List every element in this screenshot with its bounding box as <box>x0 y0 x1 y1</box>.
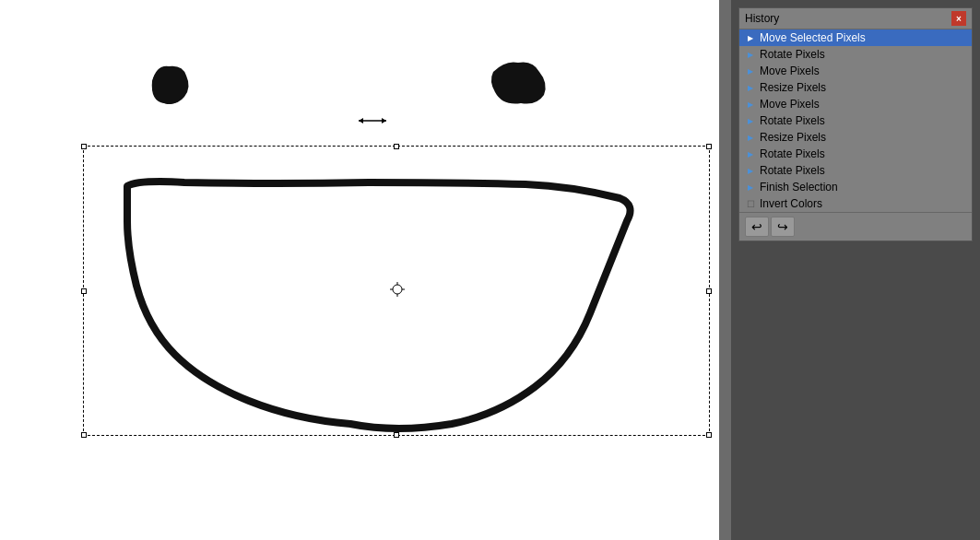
history-item[interactable]: ▶Rotate Pixels <box>739 162 972 179</box>
history-item-label: Rotate Pixels <box>760 48 825 61</box>
history-item[interactable]: ☐Invert Colors <box>739 195 972 212</box>
history-close-button[interactable]: × <box>951 11 966 26</box>
undo-button[interactable]: ↩ <box>745 217 769 237</box>
history-item-icon: ▶ <box>745 32 756 43</box>
history-item-label: Move Pixels <box>760 65 820 77</box>
history-item[interactable]: ▶Move Pixels <box>739 96 972 112</box>
history-item-icon: ▶ <box>745 82 756 93</box>
undo-redo-bar: ↩ ↪ <box>739 212 972 241</box>
history-item-label: Move Selected Pixels <box>760 31 866 44</box>
history-title: History <box>745 12 779 25</box>
history-item[interactable]: ▶Rotate Pixels <box>739 46 972 63</box>
history-item-icon: ▶ <box>745 99 756 110</box>
history-item-icon: ▶ <box>745 182 756 193</box>
canvas-area <box>0 0 731 540</box>
history-item-icon: ▶ <box>745 115 756 126</box>
history-item[interactable]: ▶Resize Pixels <box>739 129 972 146</box>
history-item-label: Finish Selection <box>760 181 838 194</box>
history-item-label: Move Pixels <box>760 98 820 111</box>
history-item[interactable]: ▶Move Selected Pixels <box>739 29 972 46</box>
history-item-label: Rotate Pixels <box>760 114 825 127</box>
history-list[interactable]: ▶Move Selected Pixels▶Rotate Pixels▶Move… <box>739 29 972 212</box>
svg-marker-2 <box>359 118 363 123</box>
history-item-icon: ▶ <box>745 132 756 143</box>
redo-button[interactable]: ↪ <box>771 217 795 237</box>
history-item-icon: ▶ <box>745 49 756 60</box>
history-title-bar: History × <box>739 8 972 29</box>
history-item[interactable]: ▶Move Pixels <box>739 63 972 79</box>
history-item-label: Invert Colors <box>760 197 822 210</box>
right-panel: History × ▶Move Selected Pixels▶Rotate P… <box>731 0 980 540</box>
history-item-icon: ▶ <box>745 165 756 176</box>
history-item-icon: ▶ <box>745 65 756 76</box>
svg-marker-3 <box>382 118 386 123</box>
move-cursor <box>359 118 386 123</box>
history-item-label: Rotate Pixels <box>760 164 825 177</box>
history-item-label: Rotate Pixels <box>760 147 825 160</box>
history-item-icon: ☐ <box>745 198 756 209</box>
history-item-label: Resize Pixels <box>760 131 826 144</box>
history-item[interactable]: ▶Rotate Pixels <box>739 112 972 129</box>
svg-point-4 <box>393 285 402 294</box>
history-item[interactable]: ▶Finish Selection <box>739 179 972 195</box>
history-panel: History × ▶Move Selected Pixels▶Rotate P… <box>738 7 973 241</box>
history-item[interactable]: ▶Resize Pixels <box>739 79 972 96</box>
canvas-drawing <box>0 0 719 540</box>
history-item[interactable]: ▶Rotate Pixels <box>739 146 972 162</box>
history-item-icon: ▶ <box>745 148 756 159</box>
center-crosshair <box>390 282 405 297</box>
history-item-label: Resize Pixels <box>760 81 826 94</box>
